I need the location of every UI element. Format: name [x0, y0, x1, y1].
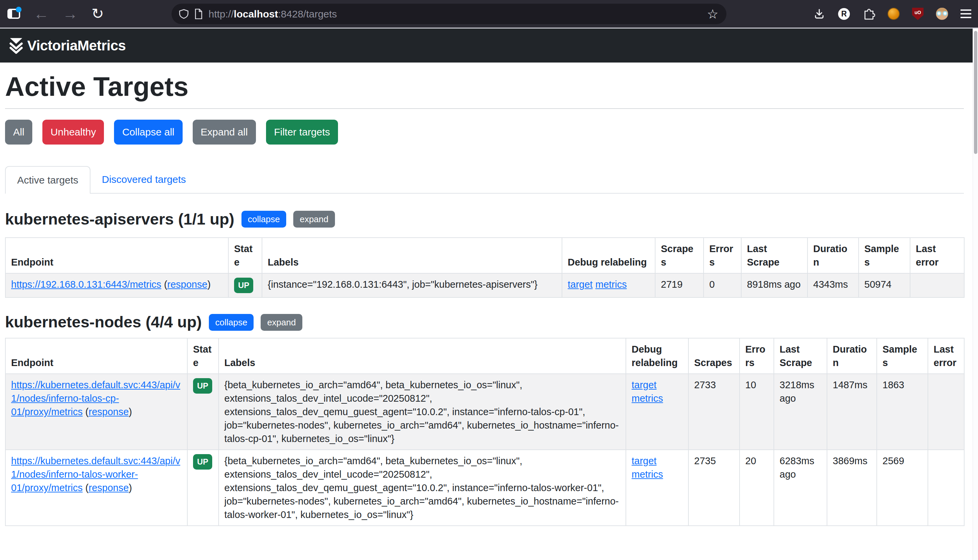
brand-name[interactable]: VictoriaMetrics: [27, 38, 126, 54]
debug-metrics-link[interactable]: metrics: [632, 393, 663, 404]
filter-button-row: All Unhealthy Collapse all Expand all Fi…: [5, 120, 964, 145]
debug-cell: target metrics: [562, 273, 655, 297]
scrollbar-thumb[interactable]: [974, 31, 977, 154]
labels-cell: {instance="192.168.0.131:6443", job="kub…: [262, 273, 562, 297]
scrapes-cell: 2719: [655, 273, 704, 297]
tab-discovered-targets[interactable]: Discovered targets: [90, 166, 197, 193]
col-errors: Errors: [704, 238, 741, 273]
debug-target-link[interactable]: target: [632, 455, 656, 466]
orange-extension-icon[interactable]: [888, 8, 900, 20]
job-title: kubernetes-nodes (4/4 up): [5, 313, 202, 332]
col-samples: Samples: [859, 238, 910, 273]
col-endpoint: Endpoint: [5, 238, 229, 273]
col-labels: Labels: [262, 238, 562, 273]
debug-metrics-link[interactable]: metrics: [632, 469, 663, 480]
targets-table: Endpoint State Labels Debug relabeling S…: [5, 338, 965, 526]
tab-active-targets[interactable]: Active targets: [5, 166, 90, 193]
page-title: Active Targets: [5, 71, 964, 103]
sidebar-tabs-icon-fill: [9, 10, 12, 17]
reload-icon[interactable]: ↻: [92, 7, 104, 21]
browser-toolbar: ← → ↻ http://localhost:8428/targets ☆ R …: [0, 0, 978, 28]
col-last-scrape: Last Scrape: [741, 238, 808, 273]
profile-avatar-icon[interactable]: [936, 8, 948, 20]
url-path: :8428/targets: [278, 8, 337, 20]
response-link[interactable]: response: [167, 279, 207, 290]
back-icon[interactable]: ←: [33, 6, 49, 22]
errors-cell: 10: [739, 374, 774, 450]
debug-cell: target metrics: [626, 374, 688, 450]
col-scrapes: Scrapes: [655, 238, 704, 273]
last-error-cell: [928, 374, 964, 450]
endpoint-cell: https://192.168.0.131:6443/metrics (resp…: [5, 273, 229, 297]
samples-cell: 2569: [877, 450, 928, 526]
menu-hamburger-icon[interactable]: [961, 9, 971, 18]
status-badge: UP: [193, 454, 212, 470]
state-cell: UP: [187, 450, 219, 526]
bookmark-star-icon[interactable]: ☆: [707, 8, 718, 20]
last-scrape-cell: 8918ms ago: [741, 273, 808, 297]
job-title: kubernetes-apiservers (1/1 up): [5, 210, 234, 228]
all-button[interactable]: All: [5, 120, 32, 145]
avatar-glasses-right: [943, 11, 947, 16]
unhealthy-button[interactable]: Unhealthy: [42, 120, 104, 145]
tab-bar: Active targets Discovered targets: [5, 166, 964, 193]
col-debug-relabeling: Debug relabeling: [562, 238, 655, 273]
table-row: https://192.168.0.131:6443/metrics (resp…: [5, 273, 964, 297]
filter-targets-button[interactable]: Filter targets: [266, 120, 338, 145]
ublock-shield-icon[interactable]: uO: [912, 8, 923, 20]
state-cell: UP: [187, 374, 219, 450]
col-samples: Samples: [877, 338, 928, 374]
last-scrape-cell: 3218ms ago: [774, 374, 827, 450]
page-info-icon[interactable]: [194, 9, 203, 19]
sidebar-tabs-icon[interactable]: [7, 9, 20, 19]
debug-target-link[interactable]: target: [632, 380, 656, 390]
collapse-button[interactable]: collapse: [209, 314, 254, 331]
response-link[interactable]: response: [88, 482, 129, 493]
table-header-row: Endpoint State Labels Debug relabeling S…: [5, 238, 964, 273]
table-row: https://kubernetes.default.svc:443/api/v…: [5, 374, 964, 450]
title-divider: [5, 108, 964, 109]
paren-open: (: [164, 279, 167, 290]
downloads-icon[interactable]: [813, 7, 826, 20]
errors-cell: 0: [704, 273, 741, 297]
expand-all-button[interactable]: Expand all: [193, 120, 256, 145]
app-header: VictoriaMetrics: [0, 28, 978, 63]
targets-table: Endpoint State Labels Debug relabeling S…: [5, 237, 965, 298]
shield-permissions-icon[interactable]: [179, 9, 189, 19]
duration-cell: 1487ms: [827, 374, 877, 450]
col-last-error: Last error: [910, 238, 964, 273]
samples-cell: 1863: [877, 374, 928, 450]
col-endpoint: Endpoint: [5, 338, 187, 374]
forward-icon[interactable]: →: [63, 6, 78, 22]
debug-cell: target metrics: [626, 450, 688, 526]
debug-target-link[interactable]: target: [568, 279, 592, 290]
col-last-scrape: Last Scrape: [774, 338, 827, 374]
expand-button[interactable]: expand: [260, 314, 302, 331]
reader-extension-icon[interactable]: R: [838, 8, 850, 20]
url-scheme: http://: [209, 8, 234, 20]
collapse-all-button[interactable]: Collapse all: [114, 120, 182, 145]
status-badge: UP: [193, 378, 212, 393]
url-text[interactable]: http://localhost:8428/targets: [209, 8, 337, 20]
url-host: localhost: [234, 8, 278, 20]
victoriametrics-logo-icon[interactable]: [9, 37, 23, 54]
col-debug-relabeling: Debug relabeling: [626, 338, 688, 374]
collapse-button[interactable]: collapse: [242, 211, 286, 228]
col-duration: Duration: [808, 238, 859, 273]
debug-metrics-link[interactable]: metrics: [595, 279, 627, 290]
expand-button[interactable]: expand: [293, 211, 335, 228]
table-header-row: Endpoint State Labels Debug relabeling S…: [5, 338, 964, 374]
state-cell: UP: [229, 273, 262, 297]
notification-dot: [16, 7, 22, 12]
status-badge: UP: [234, 278, 253, 293]
extensions-puzzle-icon[interactable]: [862, 7, 875, 20]
paren-close: ): [207, 279, 211, 290]
endpoint-cell: https://kubernetes.default.svc:443/api/v…: [5, 374, 187, 450]
labels-cell: {beta_kubernetes_io_arch="amd64", beta_k…: [219, 374, 626, 450]
endpoint-link[interactable]: https://192.168.0.131:6443/metrics: [11, 279, 162, 290]
url-bar[interactable]: http://localhost:8428/targets ☆: [172, 4, 726, 24]
errors-cell: 20: [739, 450, 774, 526]
response-link[interactable]: response: [88, 407, 129, 417]
col-state: State: [229, 238, 262, 273]
page-content: Active Targets All Unhealthy Collapse al…: [0, 71, 978, 526]
